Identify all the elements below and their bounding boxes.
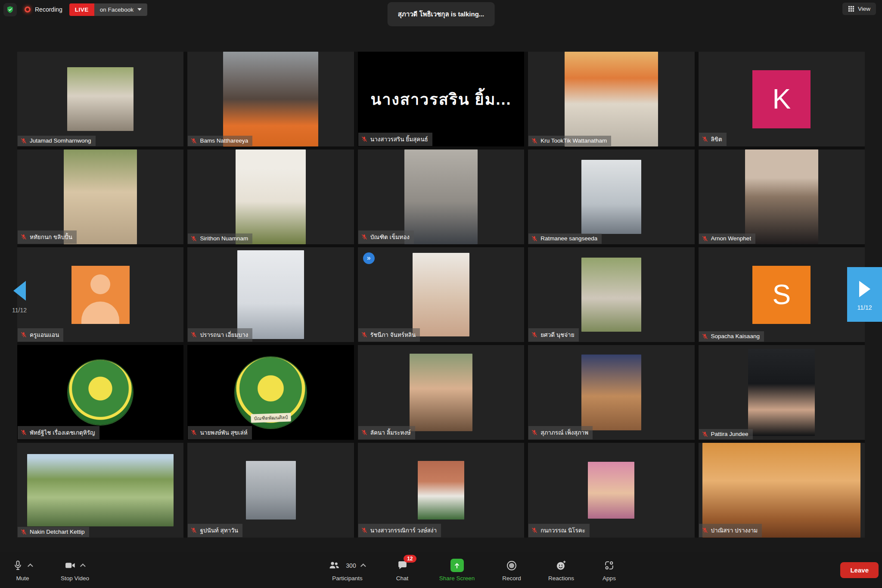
participant-name-tag: นายพงษ์พัน สุขเล่ห์ <box>188 426 252 439</box>
participant-video <box>565 52 658 146</box>
arrow-right-icon <box>859 281 870 297</box>
participant-name-tag: บัณฑิต เข็มทอง <box>358 230 414 244</box>
grid-view-icon <box>848 6 854 12</box>
live-stream-pill[interactable]: LIVE on Facebook <box>69 3 147 16</box>
participant-tile[interactable]: ปรารถนา เอี่ยมบาง <box>187 247 354 342</box>
participant-tile[interactable]: ฐปนันท์ สุทาวัน <box>187 443 354 538</box>
mic-muted-icon <box>21 234 27 240</box>
participant-name-tag: ฐปนันท์ สุทาวัน <box>188 524 242 537</box>
meeting-toolbar: Mute Stop Video 300 <box>0 552 882 588</box>
video-options-chevron[interactable] <box>80 563 86 569</box>
participant-name: ยศวดี นุชจ่าย <box>540 330 574 339</box>
participant-name-tag: Jutamad Somharnwong <box>18 136 96 146</box>
participant-tile[interactable]: ครูแอนแอน <box>17 247 183 342</box>
apps-button[interactable]: Apps <box>587 552 632 588</box>
participant-name: Bams Natthareeya <box>200 137 248 144</box>
stop-video-label: Stop Video <box>61 575 89 582</box>
mic-muted-icon <box>361 429 367 436</box>
view-button[interactable]: View <box>842 3 876 15</box>
participant-tile[interactable]: Ratmanee sangseeda <box>528 149 694 244</box>
mic-muted-icon <box>531 429 537 436</box>
participant-tile[interactable]: พัทธ์ฐิไช เรื่องเดชเกตุหิรัญ <box>17 345 183 440</box>
meeting-status-bar: Recording LIVE on Facebook <box>3 3 147 16</box>
participants-button[interactable]: 300 Participants <box>317 552 378 588</box>
participant-name: Pattira Jundee <box>711 431 748 437</box>
participant-tile[interactable]: นางสาวกรรณิการ์ วงษ์สง่า <box>358 443 524 538</box>
participant-name-tag: ปรารถนา เอี่ยมบาง <box>188 328 252 342</box>
security-shield-button[interactable] <box>3 3 17 16</box>
participant-tile[interactable]: บัณฑิตพัฒนศิลป์ นายพงษ์พัน สุขเล่ห์ <box>187 345 354 440</box>
participant-tile[interactable]: K ลิขิต <box>699 52 865 146</box>
active-speaker-toast: สุภาวดี โพธิเวชกุล is talking... <box>388 2 495 26</box>
mute-options-chevron[interactable] <box>28 563 33 569</box>
share-screen-icon <box>450 559 464 572</box>
participant-video <box>581 355 641 430</box>
participant-name-tag: กนกวรรณ นิโรคะ <box>528 524 590 537</box>
share-screen-button[interactable]: Share Screen <box>426 552 488 588</box>
participants-label: Participants <box>332 575 363 582</box>
participant-name: Sopacha Kaisaang <box>711 333 760 339</box>
participant-video <box>64 149 137 244</box>
participant-name: ลิขิต <box>711 134 722 144</box>
participant-name-tag: สุภาภรณ์ เพ็งสุภาพ <box>528 426 593 439</box>
participant-name: บัณฑิต เข็มทอง <box>370 232 410 242</box>
participant-tile[interactable]: Arnon Wenphet <box>699 149 865 244</box>
participant-tile[interactable]: กนกวรรณ นิโรคะ <box>528 443 694 538</box>
participant-video <box>410 354 473 431</box>
participant-video <box>67 67 134 131</box>
view-label: View <box>858 6 870 12</box>
participant-tile[interactable]: Jutamad Somharnwong <box>17 52 183 146</box>
participant-video <box>588 462 634 519</box>
participant-video <box>581 258 641 332</box>
participant-tile[interactable]: รัชนีภา จันทร์หลิน » <box>358 247 524 342</box>
live-destination[interactable]: on Facebook <box>94 3 147 16</box>
participant-name: ปรารถนา เอี่ยมบาง <box>200 330 248 339</box>
participant-tile[interactable]: Kru TookTik Wattanatham <box>528 52 694 146</box>
chat-unread-badge: 12 <box>404 555 416 563</box>
participant-tile[interactable]: สุภาภรณ์ เพ็งสุภาพ <box>528 345 694 440</box>
participant-name: กนกวรรณ นิโรคะ <box>540 526 585 535</box>
participant-name-tag: นางสาวกรรณิการ์ วงษ์สง่า <box>358 524 441 537</box>
participant-name-tag: ยศวดี นุชจ่าย <box>528 328 578 342</box>
participant-tile[interactable]: ลัคนา ลิ้มระหงษ์ <box>358 345 524 440</box>
participant-tile[interactable]: ยศวดี นุชจ่าย <box>528 247 694 342</box>
participant-tile[interactable]: นางสาวรสริน ยิ้ม... นางสาวรสริน ยิ้มสุคน… <box>358 52 524 146</box>
participant-name-tag: Arnon Wenphet <box>699 233 756 244</box>
page-indicator-left: 11/12 <box>12 307 27 314</box>
participant-video <box>71 266 130 324</box>
reactions-button[interactable]: Reactions <box>536 552 587 588</box>
mic-muted-icon <box>702 236 708 242</box>
participant-video <box>223 52 318 146</box>
participant-tile[interactable]: Bams Natthareeya <box>187 52 354 146</box>
record-label: Record <box>502 575 521 582</box>
stop-video-button[interactable]: Stop Video <box>43 552 106 588</box>
double-chevron-badge[interactable]: » <box>363 252 375 264</box>
participant-name: ลัคนา ลิ้มระหงษ์ <box>370 428 411 437</box>
mic-muted-icon <box>21 529 27 535</box>
chat-button[interactable]: 12 Chat <box>378 552 426 588</box>
participant-tile[interactable]: Nakin Detchart Kettip <box>17 443 183 538</box>
participant-tile[interactable]: ปาณิสรา ปรางงาม <box>699 443 865 538</box>
participant-tile[interactable]: บัณฑิต เข็มทอง <box>358 149 524 244</box>
reactions-smiley-icon <box>556 560 567 571</box>
mic-muted-icon <box>702 136 708 142</box>
apps-label: Apps <box>602 575 616 582</box>
mic-muted-icon <box>361 527 367 533</box>
participant-tile[interactable]: Pattira Jundee <box>699 345 865 440</box>
participant-video: K <box>752 70 811 128</box>
logo-banner-text: บัณฑิตพัฒนศิลป์ <box>251 413 291 423</box>
participant-grid: Jutamad Somharnwong Bams Natthareeya นาง… <box>17 52 865 538</box>
participant-name-tag: Bams Natthareeya <box>188 136 252 146</box>
participant-tile[interactable]: S Sopacha Kaisaang <box>699 247 865 342</box>
participant-name: นายพงษ์พัน สุขเล่ห์ <box>200 428 247 437</box>
participant-tile[interactable]: Sirithon Nuamnam <box>187 149 354 244</box>
participant-name-tag: ลัคนา ลิ้มระหงษ์ <box>358 426 415 439</box>
participant-tile[interactable]: หทัยกนก ขลิบปั้น <box>17 149 183 244</box>
previous-page-button[interactable]: 11/12 <box>6 281 33 314</box>
mute-button[interactable]: Mute <box>2 552 43 588</box>
leave-button[interactable]: Leave <box>840 562 879 578</box>
participants-options-chevron[interactable] <box>360 563 366 569</box>
next-page-button[interactable]: 11/12 <box>847 267 882 322</box>
participants-count: 300 <box>346 562 356 569</box>
record-button[interactable]: Record <box>488 552 536 588</box>
